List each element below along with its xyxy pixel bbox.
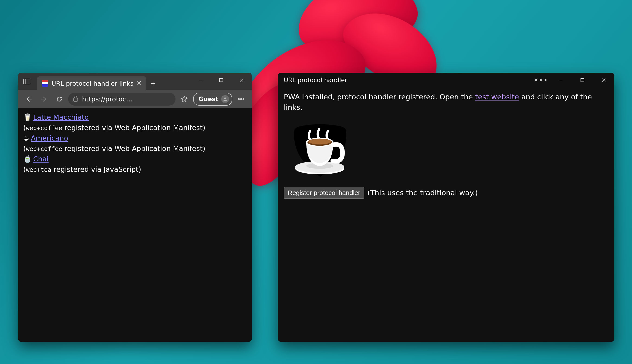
favorites-button[interactable] (178, 92, 191, 106)
tab-close-icon[interactable] (137, 80, 141, 86)
pwa-content: PWA installed, protocol handler register… (278, 88, 614, 342)
maximize-button[interactable] (572, 73, 593, 88)
page-content: 🥛 Latte Macchiato (web+coffee registered… (18, 108, 252, 342)
svg-point-6 (238, 98, 239, 100)
svg-rect-0 (24, 79, 30, 84)
close-button[interactable] (593, 73, 614, 88)
browser-window-controls (190, 73, 252, 88)
new-tab-button[interactable]: ＋ (146, 76, 160, 90)
tab-favicon (42, 80, 48, 86)
desktop-background: URL protocol handler links ＋ https://pro… (0, 0, 632, 364)
svg-point-16 (309, 139, 331, 144)
svg-point-8 (243, 98, 244, 100)
forward-button[interactable] (38, 92, 51, 106)
pwa-window-controls: ••• (532, 73, 614, 88)
register-protocol-button[interactable]: Register protocol handler (284, 187, 364, 199)
svg-rect-3 (220, 78, 223, 82)
entry-note: (web+tea registered via JavaScript) (23, 164, 247, 174)
link-chai[interactable]: Chai (33, 154, 49, 164)
svg-rect-10 (581, 78, 584, 82)
entry-note: (web+coffee registered via Web Applicati… (23, 122, 247, 133)
site-info-icon[interactable] (73, 96, 78, 103)
browser-tab[interactable]: URL protocol handler links (37, 76, 146, 90)
link-latte[interactable]: Latte Macchiato (33, 112, 89, 122)
svg-rect-4 (74, 98, 78, 102)
browser-toolbar: https://protoc… Guest (18, 90, 252, 108)
address-bar-text: https://protoc… (82, 96, 133, 103)
pwa-window: URL protocol handler ••• PWA installed, … (278, 73, 614, 342)
profile-button[interactable]: Guest (193, 92, 232, 106)
more-button[interactable] (235, 92, 248, 106)
link-americano[interactable]: Americano (31, 133, 68, 143)
minimize-button[interactable] (550, 73, 572, 88)
coffee-image (287, 118, 354, 180)
avatar-icon (221, 95, 229, 103)
back-button[interactable] (22, 92, 35, 106)
tab-title: URL protocol handler links (52, 80, 134, 87)
address-bar[interactable]: https://protoc… (68, 92, 175, 106)
pwa-title: URL protocol handler (284, 77, 347, 84)
maximize-button[interactable] (211, 73, 231, 88)
entry-note: (web+coffee registered via Web Applicati… (23, 143, 247, 154)
tab-actions-button[interactable] (18, 73, 36, 90)
reload-button[interactable] (53, 92, 66, 106)
close-button[interactable] (231, 73, 252, 88)
test-website-link[interactable]: test website (475, 92, 519, 101)
drink-icon: 🍵 (23, 154, 32, 164)
drink-icon: 🥛 (23, 112, 32, 122)
minimize-button[interactable] (190, 73, 211, 88)
pwa-titlebar[interactable]: URL protocol handler ••• (278, 73, 614, 88)
pwa-message: PWA installed, protocol handler register… (284, 92, 475, 101)
svg-point-5 (224, 98, 226, 99)
svg-point-7 (241, 98, 242, 100)
drink-icon: ☕ (23, 133, 30, 143)
register-note: (This uses the traditional way.) (367, 188, 478, 198)
browser-window: URL protocol handler links ＋ https://pro… (18, 73, 252, 342)
browser-titlebar[interactable]: URL protocol handler links ＋ (18, 73, 252, 90)
profile-label: Guest (199, 96, 219, 102)
pwa-more-button[interactable]: ••• (532, 73, 550, 88)
